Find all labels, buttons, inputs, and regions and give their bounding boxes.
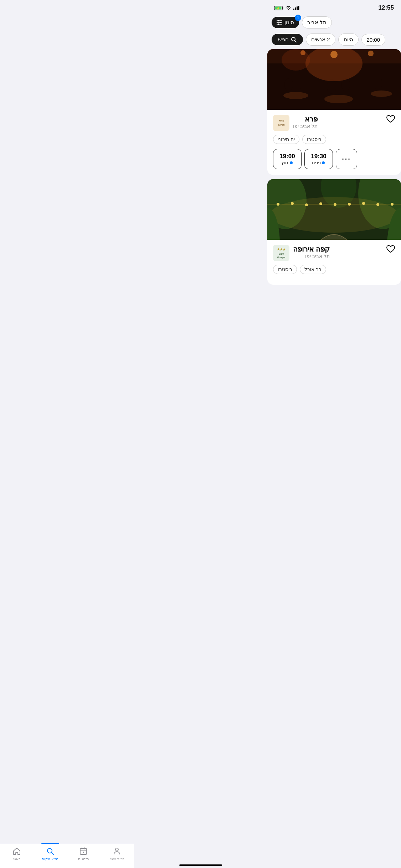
- label-outdoor: חוץ: [279, 160, 295, 165]
- svg-point-19: [324, 95, 353, 103]
- time-chip[interactable]: 20:00: [361, 34, 386, 46]
- time-slots-pereh: ··· 19:30 פנים 19:00: [273, 149, 395, 169]
- sliders-icon: [277, 20, 282, 25]
- tag-bistro-pereh: ביסטרו: [302, 135, 326, 144]
- restaurant-image-pereh: [267, 49, 401, 110]
- status-icons: ⚡: [274, 6, 299, 10]
- svg-text:⚡: ⚡: [277, 7, 280, 10]
- battery-icon: ⚡: [274, 6, 283, 10]
- restaurant-list: פרא תל אביב יפו פרא pereh בי: [267, 49, 401, 289]
- restaurant-info-pereh: פרא תל אביב יפו פרא pereh: [273, 115, 318, 131]
- day-chip[interactable]: היום: [338, 33, 359, 46]
- svg-point-30: [368, 51, 374, 56]
- restaurant-logo-cafe: ★★★ Café Europa: [273, 245, 289, 261]
- blue-dot-indoor: [322, 161, 325, 164]
- svg-text:Café: Café: [279, 253, 284, 255]
- search-bar: 20:00 היום 2 אנשים חפש: [267, 31, 401, 49]
- more-dots-icon: ···: [342, 155, 351, 163]
- restaurant-location-cafe: תל אביב יפו: [293, 253, 330, 259]
- svg-point-29: [300, 50, 305, 55]
- timeslot-more-pereh[interactable]: ···: [336, 149, 357, 169]
- svg-text:pereh: pereh: [277, 124, 284, 126]
- favorite-button-cafe-europa[interactable]: [386, 245, 395, 255]
- restaurant-info-cafe-europa: קפה אירופה תל אביב יפו ★★★ Café Europa: [273, 245, 330, 261]
- svg-rect-0: [293, 9, 294, 10]
- label-indoor: פנים: [310, 160, 327, 165]
- svg-point-28: [330, 51, 338, 58]
- svg-point-25: [374, 77, 382, 89]
- people-chip[interactable]: 2 אנשים: [306, 33, 335, 46]
- indoor-text: פנים: [312, 160, 321, 165]
- svg-rect-2: [297, 6, 298, 10]
- filter-bar: תל אביב 1 סינון: [267, 14, 401, 31]
- svg-point-11: [280, 22, 281, 23]
- timeslot-1900-outdoor[interactable]: 19:00 חוץ: [273, 149, 302, 169]
- restaurant-scene-pereh: [267, 49, 401, 110]
- status-bar: 12:55 ⚡: [267, 0, 401, 14]
- svg-point-13: [278, 24, 279, 25]
- status-time: 12:55: [379, 4, 394, 11]
- cafe-europa-logo: ★★★ Café Europa: [273, 245, 289, 261]
- filter-badge: 1: [295, 15, 301, 21]
- restaurant-name-pereh: פרא: [293, 115, 318, 123]
- svg-rect-1: [295, 7, 296, 10]
- svg-point-23: [327, 79, 336, 94]
- svg-rect-3: [298, 6, 299, 10]
- timeslot-1930-indoor[interactable]: 19:30 פנים: [304, 149, 333, 169]
- filter-button[interactable]: 1 סינון: [272, 17, 299, 28]
- tags-row-cafe: בר אוכל ביסטרו: [273, 265, 395, 274]
- svg-point-27: [282, 49, 310, 71]
- restaurant-logo-pereh: פרא pereh: [273, 115, 289, 131]
- svg-line-15: [295, 41, 296, 42]
- heart-icon-pereh: [386, 115, 395, 123]
- restaurant-name-cafe: קפה אירופה: [293, 245, 330, 253]
- svg-point-48: [270, 197, 398, 233]
- svg-point-47: [391, 203, 394, 206]
- card-body-cafe-europa: קפה אירופה תל אביב יפו ★★★ Café Europa: [267, 240, 401, 285]
- time-1930: 19:30: [310, 153, 327, 160]
- tags-row-pereh: ביסטרו ים תיכוני: [273, 135, 395, 144]
- svg-point-22: [299, 77, 307, 89]
- svg-text:Europa: Europa: [277, 256, 286, 259]
- card-header-pereh: פרא תל אביב יפו פרא pereh: [273, 115, 395, 131]
- restaurant-scene-cafe: [267, 179, 401, 240]
- svg-rect-31: [273, 115, 289, 131]
- card-body-pereh: פרא תל אביב יפו פרא pereh בי: [267, 110, 401, 175]
- pereh-logo: פרא pereh: [273, 115, 289, 131]
- outdoor-text: חוץ: [281, 160, 288, 165]
- tag-bar-cafe: בר אוכל: [300, 265, 326, 274]
- restaurant-card-pereh: פרא תל אביב יפו פרא pereh בי: [267, 49, 401, 175]
- search-button[interactable]: חפש: [272, 34, 303, 45]
- search-label: חפש: [278, 36, 289, 43]
- svg-text:★★★: ★★★: [277, 248, 286, 251]
- svg-point-39: [277, 203, 279, 206]
- svg-text:פרא: פרא: [279, 119, 284, 122]
- blue-dot-outdoor: [290, 161, 293, 164]
- tag-mediterranean-pereh: ים תיכוני: [273, 135, 299, 144]
- wifi-icon: [286, 6, 291, 10]
- tag-bistro-cafe: ביסטרו: [273, 265, 297, 274]
- location-button[interactable]: תל אביב: [302, 16, 332, 29]
- svg-point-20: [371, 91, 392, 97]
- svg-point-18: [283, 92, 308, 99]
- signal-icon: [293, 6, 299, 10]
- svg-rect-5: [283, 7, 283, 9]
- restaurant-card-cafe-europa: קפה אירופה תל אביב יפו ★★★ Café Europa: [267, 179, 401, 285]
- favorite-button-pereh[interactable]: [386, 115, 395, 125]
- search-icon: [291, 37, 297, 42]
- restaurant-location-pereh: תל אביב יפו: [293, 123, 318, 129]
- heart-icon-cafe: [386, 245, 395, 253]
- svg-point-9: [278, 20, 279, 21]
- time-1900: 19:00: [279, 153, 295, 160]
- card-header-cafe-europa: קפה אירופה תל אביב יפו ★★★ Café Europa: [273, 245, 395, 261]
- filter-label: סינון: [284, 19, 294, 26]
- restaurant-image-cafe-europa: [267, 179, 401, 240]
- svg-point-21: [284, 78, 293, 91]
